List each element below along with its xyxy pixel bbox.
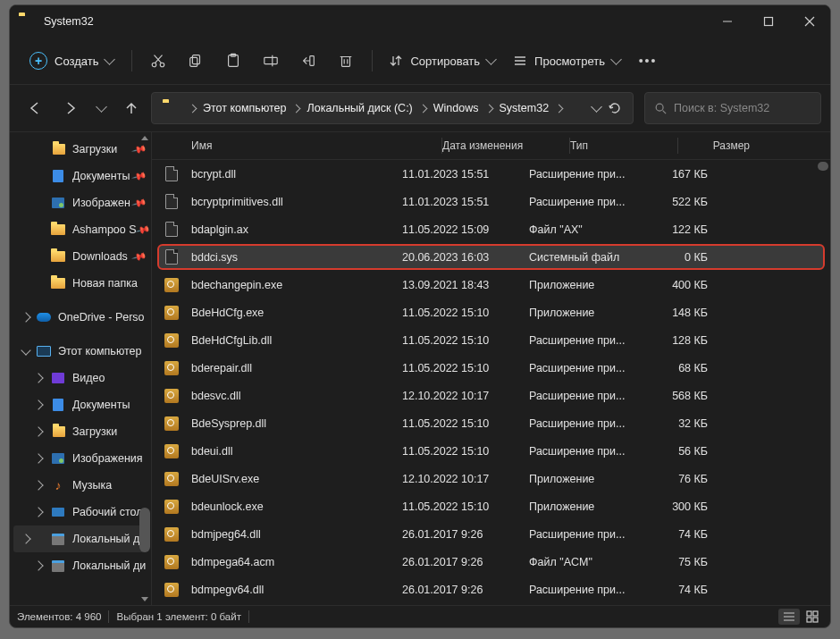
refresh-icon[interactable] <box>608 101 622 115</box>
rename-button[interactable] <box>254 46 288 75</box>
breadcrumb-segment[interactable]: Windows <box>428 102 484 114</box>
file-name: bcryptprimitives.dll <box>191 196 402 208</box>
file-row[interactable]: BdeUISrv.exe12.10.2022 10:17Приложение76… <box>152 465 830 492</box>
new-button[interactable]: + Создать <box>21 46 122 75</box>
breadcrumb-segment[interactable]: Локальный диск (C:) <box>301 102 417 114</box>
column-header-type[interactable]: Тип <box>570 139 677 152</box>
minimize-button[interactable] <box>707 5 748 38</box>
chevron-down-icon[interactable] <box>591 101 602 113</box>
share-button[interactable] <box>291 46 325 75</box>
expand-icon[interactable] <box>33 560 43 570</box>
file-name: bdesvc.dll <box>191 390 402 402</box>
file-list-scrollbar[interactable] <box>818 162 828 171</box>
expand-icon[interactable] <box>21 534 30 543</box>
expand-icon[interactable] <box>33 480 43 490</box>
file-date: 11.05.2022 15:10 <box>402 417 529 430</box>
pin-icon: 📌 <box>131 248 148 265</box>
file-type: Расширение при... <box>529 362 636 374</box>
file-row[interactable]: bddci.sys20.06.2023 16:03Системный файл0… <box>152 243 830 271</box>
sidebar-item[interactable]: Downloads📌 <box>10 243 151 270</box>
copy-button[interactable] <box>179 46 213 75</box>
sidebar-item[interactable]: Локальный ди <box>10 552 151 579</box>
sidebar-item[interactable]: Изображения <box>10 445 151 472</box>
sidebar-item[interactable]: ♪Музыка <box>10 472 151 499</box>
expand-icon[interactable] <box>33 453 43 463</box>
view-button-label: Просмотреть <box>534 55 605 68</box>
svg-rect-30 <box>813 618 818 622</box>
thumbnails-view-button[interactable] <box>802 609 823 625</box>
file-row[interactable]: bdechangepin.exe13.09.2021 18:43Приложен… <box>152 271 830 298</box>
file-row[interactable]: bdmjpeg64.dll26.01.2017 9:26Расширение п… <box>152 520 830 548</box>
view-button[interactable]: Просмотреть <box>506 46 627 75</box>
sidebar-item[interactable]: Локальный ди <box>13 525 147 552</box>
file-row[interactable]: bcrypt.dll11.01.2023 15:51Расширение при… <box>152 160 830 188</box>
scroll-up-arrow[interactable] <box>141 136 148 140</box>
file-row[interactable]: bdaplgin.ax11.05.2022 15:09Файл "AX"122 … <box>152 215 830 243</box>
back-button[interactable] <box>19 93 51 123</box>
cut-button[interactable] <box>141 46 175 75</box>
svg-rect-8 <box>193 55 200 64</box>
expand-icon[interactable] <box>33 373 43 383</box>
sidebar-item[interactable]: Новая папка <box>10 270 151 297</box>
expand-icon[interactable] <box>33 399 43 409</box>
more-button[interactable]: ••• <box>631 46 665 75</box>
breadcrumb-segment[interactable]: Этот компьютер <box>197 102 291 114</box>
delete-button[interactable] <box>329 46 363 75</box>
details-view-button[interactable] <box>778 609 800 625</box>
file-row[interactable]: BdeSysprep.dll11.05.2022 15:10Расширение… <box>152 409 830 437</box>
file-row[interactable]: bcryptprimitives.dll11.01.2023 15:51Расш… <box>152 188 830 215</box>
file-size: 128 КБ <box>636 334 711 347</box>
sidebar-item[interactable]: ↓Загрузки📌 <box>10 136 151 163</box>
search-input[interactable]: Поиск в: System32 <box>644 92 821 124</box>
file-row[interactable]: BdeHdCfgLib.dll11.05.2022 15:10Расширени… <box>152 326 830 354</box>
sidebar-item[interactable]: Документы📌 <box>10 163 151 189</box>
paste-button[interactable] <box>216 46 250 75</box>
column-header-size[interactable]: Размер <box>678 139 750 152</box>
sidebar-item-label: Документы <box>72 399 130 411</box>
chevron-down-icon <box>96 101 107 113</box>
file-row[interactable]: bdmpega64.acm26.01.2017 9:26Файл "ACM"75… <box>152 548 830 576</box>
breadcrumb[interactable]: Этот компьютер Локальный диск (C:) Windo… <box>151 92 634 124</box>
sidebar-item[interactable]: Ashampoo S📌 <box>10 216 151 243</box>
collapse-icon[interactable] <box>21 345 30 355</box>
documents-icon <box>51 169 65 183</box>
file-type: Расширение при... <box>529 417 636 430</box>
file-type: Системный файл <box>529 251 636 264</box>
sidebar-item[interactable]: Документы <box>10 391 151 418</box>
forward-button[interactable] <box>55 93 87 123</box>
close-button[interactable] <box>789 5 830 38</box>
column-header-date[interactable]: Дата изменения <box>442 139 569 152</box>
sidebar-scrollbar[interactable] <box>139 508 150 552</box>
sidebar-item-this-pc[interactable]: Этот компьютер <box>10 338 151 365</box>
up-button[interactable] <box>115 93 147 123</box>
file-row[interactable]: bdmpegv64.dll26.01.2017 9:26Расширение п… <box>152 576 830 603</box>
maximize-button[interactable] <box>748 5 789 38</box>
file-type: Файл "AX" <box>529 223 636 236</box>
scroll-down-arrow[interactable] <box>141 597 148 601</box>
recent-locations-button[interactable] <box>90 93 112 123</box>
sidebar-item[interactable]: Видео <box>10 365 151 391</box>
chevron-down-icon <box>105 54 116 65</box>
column-header-name[interactable]: Имя <box>152 139 441 152</box>
file-row[interactable]: bdeui.dll11.05.2022 15:10Расширение при.… <box>152 437 830 465</box>
expand-icon[interactable] <box>33 507 43 517</box>
file-row[interactable]: bdeunlock.exe11.05.2022 15:10Приложение3… <box>152 492 830 520</box>
file-row[interactable]: BdeHdCfg.exe11.05.2022 15:10Приложение14… <box>152 298 830 326</box>
breadcrumb-segment[interactable]: System32 <box>494 102 555 114</box>
app-file-icon <box>152 278 191 292</box>
generic-file-icon <box>152 166 191 181</box>
sidebar-item[interactable]: ↓Загрузки <box>10 418 151 445</box>
sidebar-item-onedrive[interactable]: OneDrive - Perso <box>10 304 151 331</box>
sort-button[interactable]: Сортировать <box>382 46 502 75</box>
svg-line-6 <box>155 55 162 63</box>
expand-icon[interactable] <box>21 312 30 322</box>
downloads-icon: ↓ <box>51 142 65 156</box>
file-type: Расширение при... <box>529 445 636 458</box>
sidebar-item[interactable]: Рабочий стол <box>10 499 151 525</box>
file-date: 11.05.2022 15:10 <box>402 334 529 347</box>
file-name: bderepair.dll <box>191 362 402 374</box>
file-row[interactable]: bderepair.dll11.05.2022 15:10Расширение … <box>152 354 830 382</box>
file-row[interactable]: bdesvc.dll12.10.2022 10:17Расширение при… <box>152 382 830 409</box>
expand-icon[interactable] <box>33 426 43 436</box>
sidebar-item[interactable]: Изображен📌 <box>10 189 151 216</box>
